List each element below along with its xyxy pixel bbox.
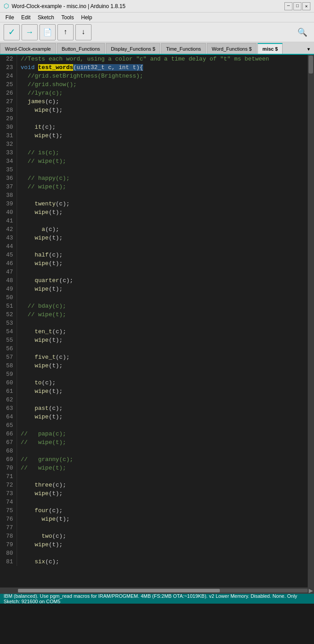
save-button[interactable]: ↓: [75, 24, 92, 40]
line-code[interactable]: // papa(c);: [17, 430, 308, 438]
line-code[interactable]: wipe(t);: [17, 515, 308, 523]
line-code[interactable]: [17, 472, 308, 481]
table-row: 59: [0, 370, 308, 379]
line-code[interactable]: wipe(t);: [17, 336, 308, 344]
line-code[interactable]: [17, 140, 308, 148]
window-controls[interactable]: ─ □ ✕: [284, 2, 310, 10]
close-button[interactable]: ✕: [302, 2, 310, 10]
menu-tools[interactable]: Tools: [58, 13, 78, 22]
line-code[interactable]: [17, 217, 308, 225]
line-code[interactable]: [17, 523, 308, 532]
scrollbar-thumb[interactable]: [309, 56, 313, 74]
horizontal-scrollbar[interactable]: ▶: [0, 587, 314, 594]
line-number: 50: [0, 293, 17, 302]
line-code[interactable]: a(c);: [17, 225, 308, 234]
line-number: 66: [0, 430, 17, 438]
line-code[interactable]: past(c);: [17, 404, 308, 413]
code-scroll[interactable]: 22//Tests each word, using a color "c" a…: [0, 55, 308, 587]
verify-button[interactable]: ✓: [4, 24, 20, 40]
tab-word-functions[interactable]: Word_Functions $: [207, 43, 257, 54]
line-code[interactable]: [17, 447, 308, 455]
line-code[interactable]: wipe(t);: [17, 208, 308, 217]
line-code[interactable]: //lyra(c);: [17, 89, 308, 97]
line-number: 36: [0, 174, 17, 183]
code-container: 22//Tests each word, using a color "c" a…: [0, 55, 314, 587]
line-number: 25: [0, 80, 17, 89]
line-code[interactable]: [17, 370, 308, 379]
menu-file[interactable]: File: [2, 13, 17, 22]
line-code[interactable]: james(c);: [17, 97, 308, 106]
line-code[interactable]: wipe(t);: [17, 131, 308, 140]
line-code[interactable]: five_t(c);: [17, 353, 308, 361]
line-number: 41: [0, 217, 17, 225]
line-code[interactable]: // bday(c);: [17, 302, 308, 310]
line-code[interactable]: [17, 344, 308, 353]
vertical-scrollbar[interactable]: [308, 55, 314, 587]
line-code[interactable]: to(c);: [17, 379, 308, 387]
line-code[interactable]: [17, 268, 308, 276]
maximize-button[interactable]: □: [293, 2, 301, 10]
new-button[interactable]: 📄: [39, 24, 56, 40]
tabs-dropdown[interactable]: ▼: [305, 45, 312, 54]
line-code[interactable]: [17, 293, 308, 302]
line-code[interactable]: // wipe(t);: [17, 310, 308, 319]
line-code[interactable]: quarter(c);: [17, 276, 308, 285]
line-code[interactable]: [17, 549, 308, 557]
line-code[interactable]: three(c);: [17, 481, 308, 489]
tab-word-clock-example[interactable]: Word-Clock-example: [0, 43, 56, 54]
line-code[interactable]: // wipe(t);: [17, 157, 308, 165]
tab-button-functions[interactable]: Button_Functions: [57, 43, 105, 54]
line-code[interactable]: // is(c);: [17, 148, 308, 157]
line-code[interactable]: //Tests each word, using a color "c" and…: [17, 55, 308, 63]
line-code[interactable]: twenty(c);: [17, 200, 308, 208]
line-code[interactable]: //grid.show();: [17, 80, 308, 89]
line-code[interactable]: wipe(t);: [17, 285, 308, 293]
hscroll-track[interactable]: [18, 589, 308, 592]
tab-display-functions[interactable]: Display_Functions $: [106, 43, 160, 54]
line-code[interactable]: // wipe(t);: [17, 438, 308, 447]
line-code[interactable]: wipe(t);: [17, 259, 308, 268]
line-code[interactable]: //grid.setBrightness(Brightness);: [17, 72, 308, 80]
line-code[interactable]: [17, 114, 308, 123]
line-code[interactable]: [17, 498, 308, 506]
menu-edit[interactable]: Edit: [17, 13, 34, 22]
line-code[interactable]: // happy(c);: [17, 174, 308, 183]
hscroll-thumb[interactable]: [18, 589, 220, 592]
line-code[interactable]: [17, 242, 308, 251]
line-code[interactable]: two(c);: [17, 532, 308, 540]
line-code[interactable]: six(c);: [17, 557, 308, 566]
line-code[interactable]: [17, 396, 308, 404]
menu-sketch[interactable]: Sketch: [34, 13, 58, 22]
tab-misc[interactable]: misc $: [257, 43, 283, 54]
line-code[interactable]: wipe(t);: [17, 387, 308, 396]
line-code[interactable]: wipe(t);: [17, 106, 308, 114]
line-code[interactable]: // wipe(t);: [17, 464, 308, 472]
line-code[interactable]: // granny(c);: [17, 455, 308, 464]
line-code[interactable]: [17, 421, 308, 430]
table-row: 61 wipe(t);: [0, 387, 308, 396]
line-code[interactable]: wipe(t);: [17, 234, 308, 242]
line-code[interactable]: wipe(t);: [17, 361, 308, 370]
line-code[interactable]: half(c);: [17, 251, 308, 259]
line-code[interactable]: four(c);: [17, 506, 308, 515]
line-code[interactable]: // wipe(t);: [17, 183, 308, 191]
upload-button[interactable]: →: [22, 24, 38, 40]
tab-time-functions[interactable]: Time_Functions: [161, 43, 206, 54]
line-code[interactable]: void test_words(uint32_t c, int t){: [17, 63, 308, 72]
line-code[interactable]: wipe(t);: [17, 540, 308, 549]
line-number: 32: [0, 140, 17, 148]
minimize-button[interactable]: ─: [284, 2, 292, 10]
line-code[interactable]: wipe(t);: [17, 489, 308, 498]
line-code[interactable]: ten_t(c);: [17, 327, 308, 336]
search-button[interactable]: 🔍: [294, 24, 310, 40]
line-code[interactable]: [17, 165, 308, 174]
open-button[interactable]: ↑: [57, 24, 74, 40]
hscroll-right-arrow[interactable]: ▶: [308, 587, 314, 594]
line-code[interactable]: [17, 319, 308, 327]
table-row: 38: [0, 191, 308, 200]
line-code[interactable]: [17, 191, 308, 200]
line-code[interactable]: wipe(t);: [17, 413, 308, 421]
table-row: 49 wipe(t);: [0, 285, 308, 293]
line-code[interactable]: it(c);: [17, 123, 308, 131]
menu-help[interactable]: Help: [78, 13, 96, 22]
